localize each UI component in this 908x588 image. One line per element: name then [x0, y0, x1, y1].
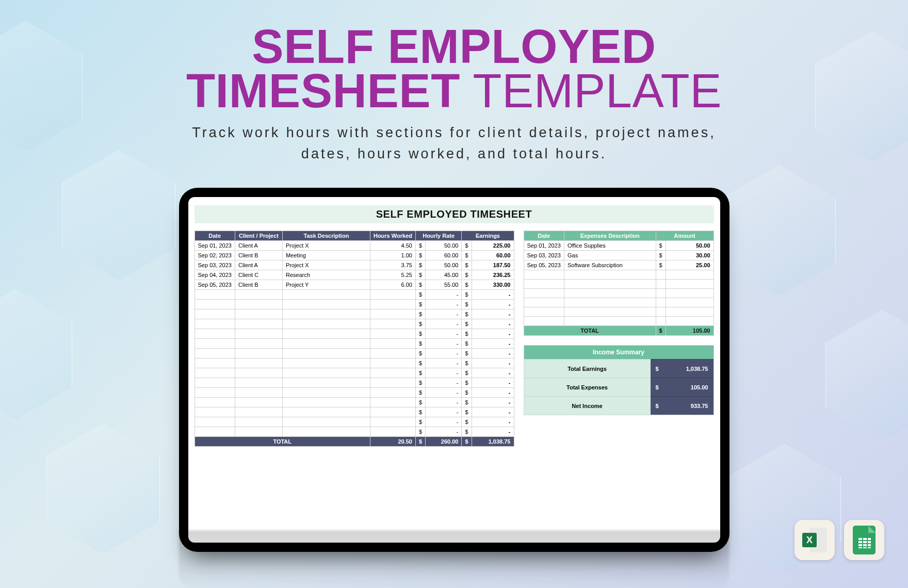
timesheet-table: Date Client / Project Task Description H…	[194, 231, 514, 447]
table-row	[524, 280, 714, 289]
exp-total-value: 105.00	[666, 326, 714, 336]
col-client: Client / Project	[235, 231, 282, 241]
tablet-screen: SELF EMPLOYED TIMESHEET Date Client / Pr…	[188, 197, 720, 543]
table-row: $-$-	[194, 378, 514, 388]
col-rate: Hourly Rate	[415, 231, 462, 241]
table-row: $-$-	[194, 407, 514, 417]
col-date: Date	[194, 231, 235, 241]
summary-row: Net Income$933.75	[524, 396, 714, 415]
table-row: Sep 02, 2023Client BMeeting1.00$60.00$60…	[194, 251, 514, 260]
col-exp-date: Date	[524, 231, 564, 241]
col-exp-amount: Amount	[656, 231, 714, 241]
table-row: Sep 03, 2023Gas$30.00	[524, 251, 714, 260]
expenses-table: Date Expenses Description Amount Sep 01,…	[524, 231, 714, 336]
table-row: $-$-	[194, 319, 514, 329]
timesheet-panel: Date Client / Project Task Description H…	[194, 231, 514, 447]
table-row: $-$-	[194, 388, 514, 398]
table-row: $-$-	[194, 329, 514, 339]
page-subtitle: Track work hours with sections for clien…	[0, 122, 908, 164]
google-sheets-icon	[844, 520, 884, 560]
summary-title: Income Summary	[524, 346, 714, 359]
table-row: $-$-	[194, 339, 514, 349]
summary-row: Total Earnings$1,038.75	[524, 359, 714, 378]
title-line1: SELF EMPLOYED	[0, 25, 908, 69]
table-row: $-$-	[194, 398, 514, 407]
sheet-title: SELF EMPLOYED TIMESHEET	[194, 208, 714, 220]
total-rate: 260.00	[426, 437, 462, 447]
table-row	[524, 307, 714, 317]
col-exp-desc: Expenses Description	[564, 231, 656, 241]
sheet-title-bar: SELF EMPLOYED TIMESHEET	[194, 205, 714, 223]
table-row: Sep 03, 2023Client AProject X3.75$50.00$…	[194, 260, 514, 270]
excel-icon: X	[794, 520, 835, 560]
table-row: $-$-	[194, 309, 514, 319]
expenses-total-row: TOTAL $ 105.00	[524, 326, 714, 336]
table-row: Sep 01, 2023Client AProject X4.50$50.00$…	[194, 241, 514, 251]
table-row: $-$-	[194, 290, 514, 300]
exp-total-label: TOTAL	[524, 326, 656, 336]
table-row	[524, 298, 714, 307]
table-row: Sep 05, 2023Software Subsrciption$25.00	[524, 260, 714, 270]
table-row: $-$-	[194, 349, 514, 358]
total-label: TOTAL	[194, 437, 370, 447]
timesheet-header-row: Date Client / Project Task Description H…	[194, 231, 514, 241]
summary-row: Total Expenses$105.00	[524, 378, 714, 396]
app-icons: X	[794, 520, 884, 560]
table-row: $-$-	[194, 358, 514, 368]
total-hours: 20.50	[370, 437, 415, 447]
timesheet-total-row: TOTAL 20.50 $ 260.00 $ 1,038.75	[194, 437, 514, 447]
income-summary: Income Summary Total Earnings$1,038.75To…	[524, 345, 714, 415]
col-hours: Hours Worked	[370, 231, 415, 241]
table-row	[524, 270, 714, 280]
table-row: $-$-	[194, 427, 514, 437]
table-row: Sep 05, 2023Client BProject Y6.00$55.00$…	[194, 280, 514, 290]
expenses-panel: Date Expenses Description Amount Sep 01,…	[524, 231, 714, 447]
tablet-reflection	[179, 530, 729, 588]
table-row: Sep 04, 2023Client CResearch5.25$45.00$2…	[194, 270, 514, 280]
page-title: SELF EMPLOYED TIMESHEET TEMPLATE	[0, 25, 908, 113]
expenses-header-row: Date Expenses Description Amount	[524, 231, 714, 241]
table-row: $-$-	[194, 368, 514, 378]
table-row	[524, 317, 714, 326]
table-row: Sep 01, 2023Office Supplies$50.00	[524, 241, 714, 251]
total-earnings: 1,038.75	[472, 437, 514, 447]
table-row	[524, 289, 714, 298]
title-line2: TIMESHEET TEMPLATE	[0, 69, 908, 113]
table-row: $-$-	[194, 300, 514, 309]
table-row: $-$-	[194, 417, 514, 427]
tablet-mockup: SELF EMPLOYED TIMESHEET Date Client / Pr…	[179, 188, 729, 552]
col-task: Task Description	[282, 231, 370, 241]
col-earnings: Earnings	[462, 231, 514, 241]
